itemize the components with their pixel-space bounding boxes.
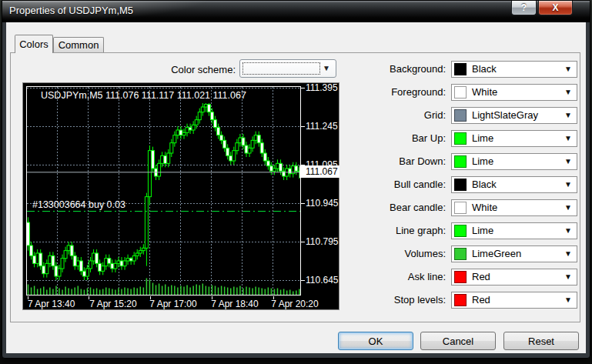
color-select[interactable]: Lime▼	[451, 130, 577, 147]
color-value: Red	[472, 269, 490, 285]
price-label: 110.795	[306, 235, 341, 248]
setting-label: Volumes:	[345, 245, 446, 262]
tab-common[interactable]: Common	[53, 37, 104, 53]
setting-label: Bar Up:	[345, 130, 446, 147]
dialog-body: Colors Common Color scheme: ▼ #133003664…	[6, 22, 586, 353]
chevron-down-icon: ▼	[564, 88, 572, 96]
color-select[interactable]: Red▼	[451, 292, 577, 309]
time-label: 7 Apr 15:20	[89, 299, 136, 309]
chevron-down-icon: ▼	[323, 64, 330, 72]
reset-button[interactable]: Reset	[503, 332, 579, 350]
color-value: White	[472, 85, 497, 100]
setting-label: Bull candle:	[345, 176, 446, 193]
titlebar[interactable]: Properties of USDJPYm,M5 ? X	[2, 1, 590, 22]
setting-label: Background:	[345, 61, 446, 78]
color-value: Black	[472, 62, 497, 77]
color-swatch	[454, 179, 467, 191]
color-select[interactable]: Black▼	[451, 61, 577, 78]
color-swatch	[454, 86, 467, 99]
chevron-down-icon: ▼	[564, 272, 572, 281]
color-value: White	[472, 200, 497, 215]
color-select[interactable]: LightSlateGray▼	[451, 107, 577, 124]
color-select[interactable]: Red▼	[451, 269, 577, 286]
color-select[interactable]: Lime▼	[451, 222, 577, 239]
properties-dialog: Properties of USDJPYm,M5 ? X Colors Comm…	[2, 0, 590, 359]
setting-label: Bear candle:	[345, 199, 446, 216]
setting-label: Ask line:	[345, 269, 446, 286]
color-scheme-value	[242, 62, 320, 75]
price-tick	[301, 280, 305, 281]
chart-canvas: #133003664 buy 0.03USDJPYm,M5 111.076 11…	[26, 86, 301, 296]
setting-label: Stop levels:	[345, 292, 446, 309]
chart-info-line: USDJPYm,M5 111.076 111.117 111.021 111.0…	[41, 90, 246, 101]
price-label: 111.395	[306, 82, 341, 94]
chevron-down-icon: ▼	[564, 296, 572, 304]
price-label: 110.645	[306, 274, 341, 286]
ok-button[interactable]: OK	[338, 332, 413, 350]
color-select[interactable]: Black▼	[451, 176, 577, 193]
time-label: 7 Apr 13:40	[28, 299, 75, 309]
screen: Properties of USDJPYm,M5 ? X Colors Comm…	[0, 0, 592, 364]
color-swatch	[454, 155, 467, 168]
color-swatch	[454, 63, 467, 75]
window-title: Properties of USDJPYm,M5	[9, 5, 133, 16]
chevron-down-icon: ▼	[564, 65, 572, 73]
chevron-down-icon: ▼	[564, 157, 572, 165]
color-select[interactable]: White▼	[451, 199, 577, 216]
chevron-down-icon: ▼	[564, 249, 572, 258]
price-tick	[301, 242, 305, 242]
color-value: LimeGreen	[472, 246, 521, 262]
color-select[interactable]: White▼	[451, 84, 577, 101]
color-swatch	[454, 109, 467, 122]
setting-label: Line graph:	[345, 222, 446, 239]
setting-label: Grid:	[345, 107, 446, 124]
color-value: Lime	[472, 223, 493, 239]
color-value: Black	[472, 177, 497, 192]
color-swatch	[454, 294, 467, 306]
color-swatch	[454, 248, 467, 260]
color-select[interactable]: LimeGreen▼	[451, 245, 577, 262]
color-value: Red	[472, 292, 490, 308]
color-swatch	[454, 271, 467, 283]
color-select[interactable]: Lime▼	[451, 153, 577, 170]
tab-colors[interactable]: Colors	[15, 35, 53, 53]
color-value: Lime	[472, 131, 493, 146]
time-label: 7 Apr 18:40	[211, 299, 258, 309]
setting-label: Foreground:	[345, 84, 446, 101]
price-tick	[301, 126, 305, 127]
color-scheme-select[interactable]: ▼	[239, 59, 336, 78]
cancel-button[interactable]: Cancel	[420, 332, 496, 350]
price-label: 111.245	[306, 120, 341, 132]
color-swatch	[454, 225, 467, 237]
chevron-down-icon: ▼	[564, 226, 572, 235]
price-tick	[301, 203, 305, 204]
color-swatch	[454, 202, 467, 214]
chevron-down-icon: ▼	[564, 134, 572, 142]
current-price-box: 111.067	[299, 165, 339, 178]
time-label: 7 Apr 17:00	[149, 299, 196, 309]
chart-preview: #133003664 buy 0.03USDJPYm,M5 111.076 11…	[22, 82, 339, 310]
order-label: #133003664 buy 0.03	[32, 199, 125, 210]
help-button[interactable]: ?	[511, 1, 537, 15]
time-label: 7 Apr 20:20	[271, 299, 318, 309]
color-scheme-label: Color scheme:	[83, 62, 236, 78]
color-value: Lime	[472, 154, 493, 169]
color-value: LightSlateGray	[472, 108, 538, 123]
setting-label: Bar Down:	[345, 153, 446, 170]
color-swatch	[454, 132, 467, 145]
chevron-down-icon: ▼	[564, 203, 572, 212]
close-button[interactable]: X	[538, 1, 573, 15]
chevron-down-icon: ▼	[564, 180, 572, 189]
price-tick	[301, 88, 305, 88]
price-label: 110.945	[306, 197, 341, 209]
chevron-down-icon: ▼	[564, 111, 572, 119]
